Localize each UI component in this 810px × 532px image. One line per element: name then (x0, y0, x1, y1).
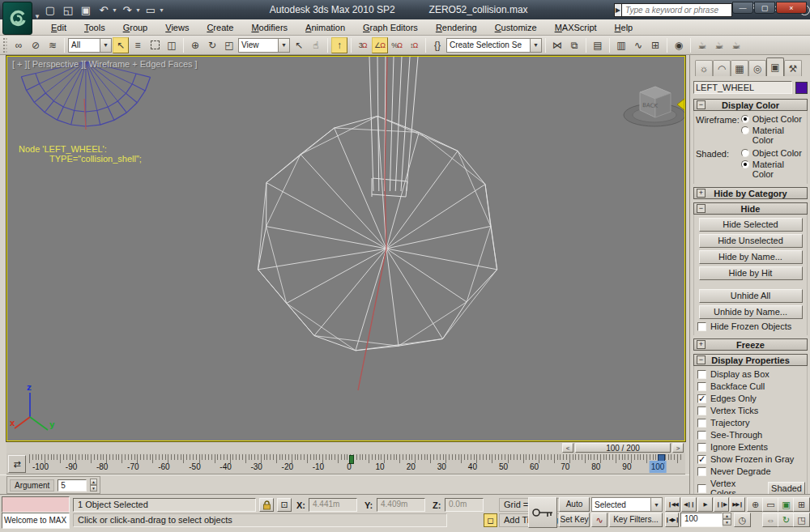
vertex-ticks-checkbox[interactable] (697, 406, 706, 415)
x-coordinate-field[interactable]: 4.441m (309, 498, 357, 512)
select-and-scale-icon[interactable]: ◰ (221, 37, 237, 53)
mini-curve-editor-icon[interactable]: ⇄ (8, 455, 26, 473)
create-tab-icon[interactable]: ☼ (695, 60, 713, 76)
key-mode-arrow[interactable]: ▼ (650, 498, 662, 511)
display-properties-header[interactable]: −Display Properties (693, 354, 808, 366)
time-configuration-icon[interactable]: ◷ (734, 513, 751, 527)
maximize-viewport-icon[interactable]: ◳ (793, 513, 810, 527)
named-selection-set-dropdown[interactable]: Create Selection Se ▼ (446, 38, 542, 53)
orbit-icon[interactable]: ↻ (778, 513, 795, 527)
menu-modifiers[interactable]: Modifiers (242, 21, 296, 34)
menu-customize[interactable]: Customize (486, 21, 546, 34)
next-frame-button[interactable]: > (672, 443, 684, 453)
undo-dropdown-arrow[interactable]: ▼ (112, 7, 117, 13)
undo-icon[interactable]: ↶ (96, 2, 112, 17)
edges-only-checkbox[interactable] (697, 394, 706, 403)
key-mode-toggle-icon[interactable]: ❙◀▶❙ (665, 513, 679, 527)
save-file-icon[interactable]: ▣ (78, 2, 94, 17)
menu-graph-editors[interactable]: Graph Editors (354, 21, 427, 34)
show-frozen-in-gray-checkbox[interactable] (697, 455, 706, 464)
motion-tab-icon[interactable]: ◎ (748, 60, 766, 76)
display-tab-icon[interactable]: ▣ (766, 57, 784, 76)
macro-recorder-line[interactable]: Welcome to MAX (2, 513, 70, 529)
viewport-label[interactable]: [ + ][ Perspective ][ Wireframe + Edged … (12, 59, 198, 69)
hide-by-category-header[interactable]: +Hide by Category (693, 187, 808, 199)
menu-rendering[interactable]: Rendering (427, 21, 486, 34)
key-mode-dropdown[interactable]: Selected ▼ (591, 497, 663, 512)
search-history-icon[interactable]: ▶ (614, 3, 621, 17)
y-coordinate-field[interactable]: 4.409m (377, 498, 425, 512)
bind-to-space-warp-icon[interactable]: ≋ (45, 37, 61, 53)
selection-lock-icon[interactable] (259, 498, 274, 512)
menu-edit[interactable]: Edit (42, 21, 75, 34)
go-to-end-icon[interactable]: ▶▶❙ (730, 497, 745, 512)
time-slider-handle[interactable]: 100 / 200 (575, 443, 671, 453)
curve-editor-icon[interactable]: ∿ (630, 37, 646, 53)
select-object-icon[interactable]: ↖ (113, 37, 129, 53)
set-keys-button[interactable] (528, 497, 557, 528)
display-color-header[interactable]: −Display Color (693, 99, 808, 111)
maxscript-mini-listener[interactable] (2, 496, 70, 513)
toolbar-grip[interactable] (3, 38, 7, 53)
never-degrade-checkbox[interactable] (697, 467, 706, 476)
menu-views[interactable]: Views (156, 21, 198, 34)
hide-selected-button[interactable]: Hide Selected (699, 218, 803, 232)
go-to-start-icon[interactable]: ❙◀◀ (665, 497, 680, 512)
use-center-icon[interactable]: ↖ (291, 37, 307, 53)
workspace-dropdown-arrow[interactable]: ▼ (159, 7, 164, 13)
unhide-by-name-button[interactable]: Unhide by Name... (699, 305, 803, 319)
menu-create[interactable]: Create (198, 21, 242, 34)
rectangular-selection-region-icon[interactable] (147, 37, 163, 53)
select-and-manipulate-icon[interactable]: ☝ (308, 37, 324, 53)
zoom-icon[interactable]: ⊕ (747, 497, 764, 512)
render-setup-icon[interactable]: ☕ (694, 37, 710, 53)
track-bar-ruler[interactable]: -100-90-80-70-60-50-40-30-20-10010203040… (29, 453, 684, 475)
named-selection-set-arrow[interactable]: ▼ (530, 39, 541, 52)
spinner-snap-icon[interactable]: ↕Ω (406, 37, 422, 53)
manage-layers-icon[interactable]: ▤ (590, 37, 606, 53)
argument-field[interactable]: 5 (58, 479, 87, 492)
spin-down-icon[interactable]: ▼ (90, 485, 97, 492)
vertex-colors-checkbox[interactable] (697, 484, 706, 493)
zoom-region-icon[interactable]: ▭ (762, 497, 779, 512)
next-frame-icon[interactable]: ❙❙▶ (714, 497, 729, 512)
isolation-mode-icon[interactable]: ◻ (484, 513, 497, 527)
rendered-frame-window-icon[interactable]: ☕ (711, 37, 727, 53)
pan-icon[interactable]: ⇔ (762, 513, 779, 527)
hide-by-hit-button[interactable]: Hide by Hit (699, 266, 803, 280)
spin-up-icon[interactable]: ▲ (723, 513, 731, 519)
previous-frame-icon[interactable]: ◀❙❙ (681, 497, 697, 512)
percent-snap-icon[interactable]: %Ω (389, 37, 405, 53)
ignore-extents-checkbox[interactable] (697, 443, 706, 452)
spin-up-icon[interactable]: ▲ (90, 479, 97, 485)
search-input[interactable] (622, 6, 731, 15)
menu-animation[interactable]: Animation (296, 21, 354, 34)
menu-maxscript[interactable]: MAXScript (546, 21, 606, 34)
play-animation-icon[interactable]: ▶ (697, 497, 713, 512)
named-selection-sets-icon[interactable]: {} (429, 37, 446, 53)
shaded-object-color-radio[interactable] (741, 149, 749, 157)
schematic-view-icon[interactable]: ⊞ (647, 37, 663, 53)
angle-snap-icon[interactable]: ∠Ω (372, 37, 388, 53)
trajectory-checkbox[interactable] (697, 419, 706, 428)
track-bar[interactable]: ⇄ -100-90-80-70-60-50-40-30-20-100102030… (6, 453, 685, 475)
hide-frozen-objects-checkbox[interactable] (697, 322, 706, 331)
zoom-extents-icon[interactable]: ▣ (778, 497, 795, 512)
mirror-icon[interactable]: ⋈ (549, 37, 565, 53)
maximize-button[interactable]: ▢ (754, 2, 775, 14)
select-and-move-icon[interactable]: ⊕ (187, 37, 203, 53)
layer-manager-icon[interactable]: ▥ (613, 37, 629, 53)
hide-header[interactable]: −Hide (693, 202, 808, 215)
wireframe-material-color-radio[interactable] (741, 126, 749, 134)
align-icon[interactable]: ⧉ (566, 37, 582, 53)
absolute-offset-mode-icon[interactable]: ⊡ (277, 498, 292, 512)
hierarchy-tab-icon[interactable]: ▦ (731, 60, 748, 76)
backface-cull-checkbox[interactable] (697, 382, 706, 391)
object-name-field[interactable]: LEFT_WHEEL (693, 81, 792, 94)
display-as-box-checkbox[interactable] (697, 370, 706, 379)
redo-dropdown-arrow[interactable]: ▼ (135, 7, 141, 13)
reference-coordinate-dropdown[interactable]: View ▼ (238, 38, 290, 53)
auto-key-button[interactable]: Auto Key (559, 497, 590, 512)
see-through-checkbox[interactable] (697, 431, 706, 440)
argument-spinner[interactable]: ▲▼ (90, 479, 97, 492)
